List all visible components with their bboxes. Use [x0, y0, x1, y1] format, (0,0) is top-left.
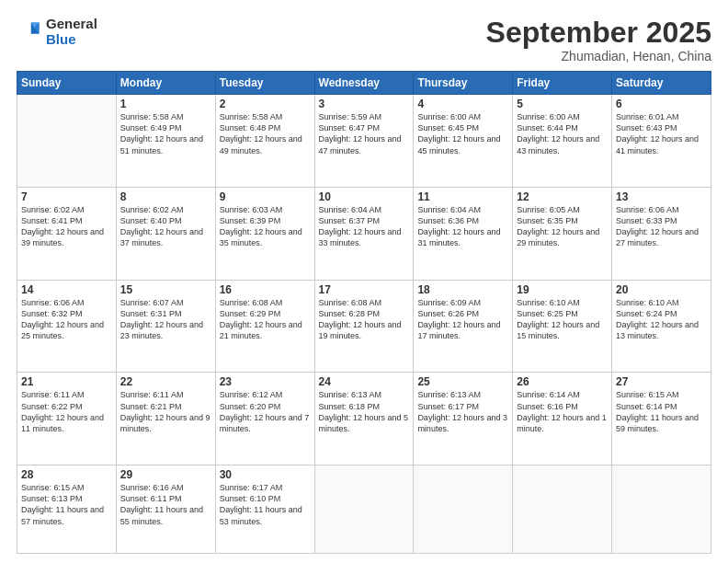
calendar-header-sunday: Sunday: [17, 72, 117, 95]
day-number: 16: [220, 283, 311, 296]
calendar-header-thursday: Thursday: [414, 72, 513, 95]
calendar-table: SundayMondayTuesdayWednesdayThursdayFrid…: [17, 71, 711, 554]
logo-blue: Blue: [46, 32, 97, 48]
calendar-cell: 12Sunrise: 6:05 AMSunset: 6:35 PMDayligh…: [513, 187, 612, 280]
month-title: September 2025: [486, 17, 711, 49]
day-number: 30: [220, 468, 311, 481]
calendar-cell: [513, 465, 612, 554]
cell-info: Sunrise: 6:15 AMSunset: 6:14 PMDaylight:…: [616, 389, 707, 434]
cell-info: Sunrise: 6:10 AMSunset: 6:24 PMDaylight:…: [616, 297, 707, 342]
cell-info: Sunrise: 6:06 AMSunset: 6:32 PMDaylight:…: [21, 297, 112, 342]
calendar-cell: 22Sunrise: 6:11 AMSunset: 6:21 PMDayligh…: [116, 373, 215, 465]
cell-info: Sunrise: 6:04 AMSunset: 6:37 PMDaylight:…: [319, 204, 410, 249]
day-number: 11: [417, 190, 508, 203]
calendar-header-monday: Monday: [116, 72, 215, 95]
cell-info: Sunrise: 6:12 AMSunset: 6:20 PMDaylight:…: [220, 389, 311, 434]
cell-info: Sunrise: 6:13 AMSunset: 6:17 PMDaylight:…: [417, 389, 508, 434]
cell-info: Sunrise: 6:14 AMSunset: 6:16 PMDaylight:…: [517, 389, 608, 434]
cell-info: Sunrise: 6:17 AMSunset: 6:10 PMDaylight:…: [220, 482, 311, 527]
calendar-cell: 15Sunrise: 6:07 AMSunset: 6:31 PMDayligh…: [116, 280, 215, 373]
cell-info: Sunrise: 5:58 AMSunset: 6:49 PMDaylight:…: [120, 111, 211, 156]
cell-info: Sunrise: 5:59 AMSunset: 6:47 PMDaylight:…: [319, 111, 410, 156]
cell-info: Sunrise: 6:16 AMSunset: 6:11 PMDaylight:…: [120, 482, 211, 527]
day-number: 22: [120, 375, 211, 388]
cell-info: Sunrise: 6:02 AMSunset: 6:40 PMDaylight:…: [120, 204, 211, 249]
day-number: 2: [220, 98, 311, 110]
calendar-cell: 9Sunrise: 6:03 AMSunset: 6:39 PMDaylight…: [215, 187, 314, 280]
calendar-cell: 3Sunrise: 5:59 AMSunset: 6:47 PMDaylight…: [314, 95, 414, 188]
calendar-header-friday: Friday: [513, 72, 612, 95]
calendar-week-2: 7Sunrise: 6:02 AMSunset: 6:41 PMDaylight…: [17, 187, 711, 280]
calendar-header-row: SundayMondayTuesdayWednesdayThursdayFrid…: [17, 72, 711, 95]
cell-info: Sunrise: 6:11 AMSunset: 6:21 PMDaylight:…: [120, 389, 211, 434]
calendar-cell: 8Sunrise: 6:02 AMSunset: 6:40 PMDaylight…: [116, 187, 215, 280]
cell-info: Sunrise: 6:00 AMSunset: 6:45 PMDaylight:…: [417, 111, 508, 156]
calendar-cell: 5Sunrise: 6:00 AMSunset: 6:44 PMDaylight…: [513, 95, 612, 188]
cell-info: Sunrise: 6:00 AMSunset: 6:44 PMDaylight:…: [517, 111, 608, 156]
day-number: 7: [21, 190, 112, 203]
cell-info: Sunrise: 6:08 AMSunset: 6:29 PMDaylight:…: [220, 297, 311, 342]
calendar-cell: 11Sunrise: 6:04 AMSunset: 6:36 PMDayligh…: [414, 187, 513, 280]
calendar-cell: 7Sunrise: 6:02 AMSunset: 6:41 PMDaylight…: [17, 187, 117, 280]
day-number: 25: [417, 375, 508, 388]
calendar-cell: 2Sunrise: 5:58 AMSunset: 6:48 PMDaylight…: [215, 95, 314, 188]
day-number: 8: [120, 190, 211, 203]
cell-info: Sunrise: 6:09 AMSunset: 6:26 PMDaylight:…: [417, 297, 508, 342]
day-number: 12: [517, 190, 608, 203]
day-number: 4: [417, 98, 508, 110]
calendar-week-1: 1Sunrise: 5:58 AMSunset: 6:49 PMDaylight…: [17, 95, 711, 188]
day-number: 1: [120, 98, 211, 110]
day-number: 17: [319, 283, 410, 296]
page: General Blue September 2025 Zhumadian, H…: [0, 0, 728, 563]
calendar-cell: [612, 465, 711, 554]
calendar-cell: [17, 95, 117, 188]
title-block: September 2025 Zhumadian, Henan, China: [486, 17, 711, 63]
day-number: 28: [21, 468, 112, 481]
calendar-cell: 28Sunrise: 6:15 AMSunset: 6:13 PMDayligh…: [17, 465, 117, 554]
calendar-cell: 6Sunrise: 6:01 AMSunset: 6:43 PMDaylight…: [612, 95, 711, 188]
day-number: 14: [21, 283, 112, 296]
day-number: 26: [517, 375, 608, 388]
calendar-cell: 25Sunrise: 6:13 AMSunset: 6:17 PMDayligh…: [414, 373, 513, 465]
logo: General Blue: [17, 17, 97, 47]
cell-info: Sunrise: 6:10 AMSunset: 6:25 PMDaylight:…: [517, 297, 608, 342]
calendar-cell: 30Sunrise: 6:17 AMSunset: 6:10 PMDayligh…: [215, 465, 314, 554]
day-number: 9: [220, 190, 311, 203]
calendar-cell: 18Sunrise: 6:09 AMSunset: 6:26 PMDayligh…: [414, 280, 513, 373]
calendar-cell: 21Sunrise: 6:11 AMSunset: 6:22 PMDayligh…: [17, 373, 117, 465]
calendar-week-5: 28Sunrise: 6:15 AMSunset: 6:13 PMDayligh…: [17, 465, 711, 554]
day-number: 18: [417, 283, 508, 296]
calendar-week-4: 21Sunrise: 6:11 AMSunset: 6:22 PMDayligh…: [17, 373, 711, 465]
cell-info: Sunrise: 6:11 AMSunset: 6:22 PMDaylight:…: [21, 389, 112, 434]
calendar-cell: 1Sunrise: 5:58 AMSunset: 6:49 PMDaylight…: [116, 95, 215, 188]
calendar-cell: 13Sunrise: 6:06 AMSunset: 6:33 PMDayligh…: [612, 187, 711, 280]
day-number: 6: [616, 98, 707, 110]
calendar-cell: 27Sunrise: 6:15 AMSunset: 6:14 PMDayligh…: [612, 373, 711, 465]
day-number: 10: [319, 190, 410, 203]
cell-info: Sunrise: 6:06 AMSunset: 6:33 PMDaylight:…: [616, 204, 707, 249]
cell-info: Sunrise: 6:05 AMSunset: 6:35 PMDaylight:…: [517, 204, 608, 249]
cell-info: Sunrise: 6:03 AMSunset: 6:39 PMDaylight:…: [220, 204, 311, 249]
day-number: 27: [616, 375, 707, 388]
cell-info: Sunrise: 6:13 AMSunset: 6:18 PMDaylight:…: [319, 389, 410, 434]
calendar-cell: 29Sunrise: 6:16 AMSunset: 6:11 PMDayligh…: [116, 465, 215, 554]
day-number: 13: [616, 190, 707, 203]
calendar-cell: [314, 465, 414, 554]
day-number: 23: [220, 375, 311, 388]
calendar-cell: 16Sunrise: 6:08 AMSunset: 6:29 PMDayligh…: [215, 280, 314, 373]
cell-info: Sunrise: 6:02 AMSunset: 6:41 PMDaylight:…: [21, 204, 112, 249]
calendar-cell: 17Sunrise: 6:08 AMSunset: 6:28 PMDayligh…: [314, 280, 414, 373]
cell-info: Sunrise: 6:15 AMSunset: 6:13 PMDaylight:…: [21, 482, 112, 527]
cell-info: Sunrise: 5:58 AMSunset: 6:48 PMDaylight:…: [220, 111, 311, 156]
day-number: 24: [319, 375, 410, 388]
calendar-header-tuesday: Tuesday: [215, 72, 314, 95]
calendar-cell: 24Sunrise: 6:13 AMSunset: 6:18 PMDayligh…: [314, 373, 414, 465]
day-number: 15: [120, 283, 211, 296]
cell-info: Sunrise: 6:04 AMSunset: 6:36 PMDaylight:…: [417, 204, 508, 249]
day-number: 20: [616, 283, 707, 296]
calendar-cell: 20Sunrise: 6:10 AMSunset: 6:24 PMDayligh…: [612, 280, 711, 373]
calendar-cell: 26Sunrise: 6:14 AMSunset: 6:16 PMDayligh…: [513, 373, 612, 465]
calendar-cell: 10Sunrise: 6:04 AMSunset: 6:37 PMDayligh…: [314, 187, 414, 280]
header: General Blue September 2025 Zhumadian, H…: [17, 17, 711, 63]
day-number: 5: [517, 98, 608, 110]
